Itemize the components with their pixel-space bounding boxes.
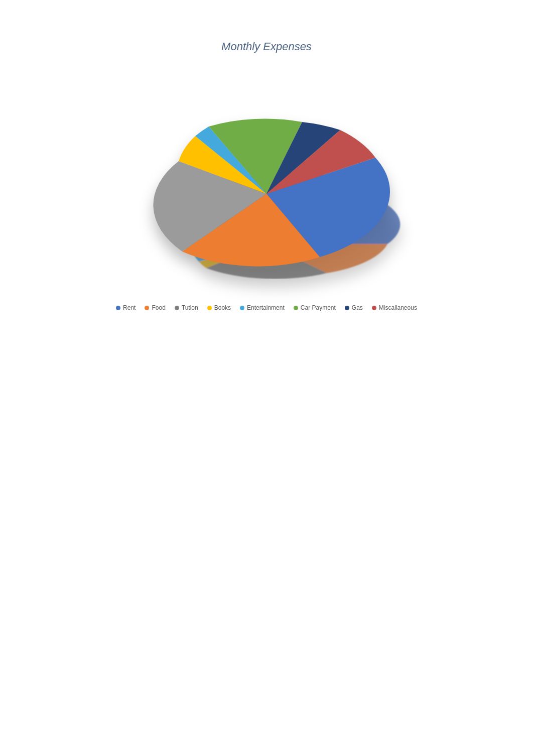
legend-label: Rent — [123, 304, 136, 311]
legend-item: Books — [207, 304, 231, 311]
legend-color-dot — [145, 306, 149, 310]
legend-label: Miscallaneous — [379, 304, 417, 311]
legend-label: Car Payment — [301, 304, 336, 311]
legend-label: Gas — [352, 304, 363, 311]
legend-color-dot — [372, 306, 376, 310]
legend-item: Car Payment — [294, 304, 336, 311]
legend-item: Gas — [345, 304, 363, 311]
legend-color-dot — [345, 306, 349, 310]
legend-color-dot — [207, 306, 212, 310]
pie-chart — [106, 68, 427, 279]
legend-color-dot — [294, 306, 298, 310]
legend-item: Food — [145, 304, 165, 311]
legend-color-dot — [175, 306, 179, 310]
legend-label: Entertainment — [247, 304, 285, 311]
legend-color-dot — [240, 306, 244, 310]
chart-title: Monthly Expenses — [221, 40, 312, 53]
pie-svg — [106, 68, 427, 279]
legend-item: Entertainment — [240, 304, 285, 311]
legend-item: Rent — [116, 304, 136, 311]
legend-label: Food — [152, 304, 165, 311]
chart-legend: RentFoodTutionBooksEntertainmentCar Paym… — [116, 304, 417, 311]
legend-label: Books — [214, 304, 231, 311]
legend-item: Tution — [175, 304, 198, 311]
legend-color-dot — [116, 306, 120, 310]
legend-item: Miscallaneous — [372, 304, 417, 311]
legend-label: Tution — [182, 304, 198, 311]
chart-container: Monthly Expenses — [0, 0, 533, 311]
